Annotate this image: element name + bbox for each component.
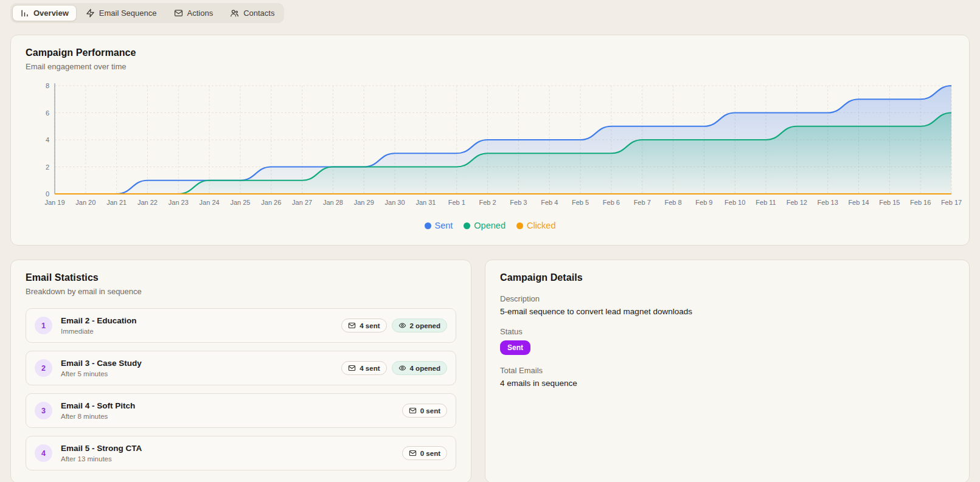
engagement-chart: 02468Jan 19Jan 20Jan 21Jan 22Jan 23Jan 2… (26, 81, 954, 210)
performance-subtitle: Email engagement over time (26, 62, 954, 71)
email-statistics-card: Email Statistics Breakdown by email in s… (10, 260, 471, 482)
page: OverviewEmail SequenceActionsContacts Ca… (0, 0, 980, 482)
svg-text:Jan 24: Jan 24 (200, 199, 220, 206)
eye-icon (398, 364, 406, 372)
email-item[interactable]: 4Email 5 - Strong CTAAfter 13 minutes0 s… (26, 436, 456, 470)
email-title: Email 5 - Strong CTA (61, 444, 394, 453)
legend-item-sent: Sent (425, 221, 453, 230)
mail-icon (348, 322, 356, 329)
tab-overview[interactable]: Overview (12, 5, 77, 21)
email-title: Email 4 - Soft Pitch (61, 401, 394, 410)
total-emails-section: Total Emails 4 emails in sequence (500, 366, 954, 388)
svg-text:2: 2 (46, 164, 49, 171)
email-text: Email 5 - Strong CTAAfter 13 minutes (61, 444, 394, 463)
svg-text:Feb 4: Feb 4 (541, 199, 558, 206)
status-badge: Sent (500, 340, 530, 355)
tab-bar: OverviewEmail SequenceActionsContacts (10, 3, 284, 23)
email-text: Email 4 - Soft PitchAfter 8 minutes (61, 401, 394, 420)
sequence-number-badge: 3 (35, 402, 52, 419)
tab-label: Actions (187, 9, 214, 18)
badge-label: 2 opened (410, 322, 440, 329)
sequence-number-badge: 4 (35, 444, 52, 462)
tab-contacts[interactable]: Contacts (222, 5, 282, 21)
svg-text:Jan 30: Jan 30 (385, 199, 405, 206)
status-label: Status (500, 327, 954, 336)
svg-text:Feb 14: Feb 14 (848, 199, 869, 206)
details-title: Campaign Details (500, 272, 954, 283)
email-text: Email 3 - Case StudyAfter 5 minutes (61, 359, 333, 377)
svg-text:Feb 15: Feb 15 (879, 199, 900, 206)
email-title: Email 3 - Case Study (61, 359, 333, 368)
legend-dot (516, 222, 523, 229)
svg-text:Jan 27: Jan 27 (292, 199, 312, 206)
status-section: Status Sent (500, 327, 954, 355)
total-emails-value: 4 emails in sequence (500, 379, 954, 388)
stats-subtitle: Breakdown by email in sequence (26, 287, 456, 296)
svg-text:Feb 5: Feb 5 (572, 199, 589, 206)
badge-label: 4 opened (410, 365, 440, 372)
svg-text:Jan 26: Jan 26 (261, 199, 281, 206)
svg-text:Jan 20: Jan 20 (75, 199, 96, 206)
email-timing: After 13 minutes (61, 455, 394, 463)
svg-text:Jan 25: Jan 25 (230, 199, 250, 206)
email-item[interactable]: 3Email 4 - Soft PitchAfter 8 minutes0 se… (26, 393, 456, 428)
email-badges: 0 sent (402, 404, 447, 418)
mail-icon (174, 9, 183, 18)
email-item[interactable]: 1Email 2 - EducationImmediate4 sent2 ope… (26, 308, 456, 343)
sent-badge: 0 sent (402, 446, 447, 460)
sequence-number-badge: 1 (35, 317, 52, 334)
badge-label: 4 sent (360, 365, 380, 372)
svg-text:Jan 28: Jan 28 (323, 199, 343, 206)
chart-svg: 02468Jan 19Jan 20Jan 21Jan 22Jan 23Jan 2… (26, 81, 956, 210)
tab-label: Overview (33, 9, 69, 18)
badge-label: 0 sent (420, 407, 440, 415)
svg-text:Jan 22: Jan 22 (137, 199, 158, 206)
opened-badge: 4 opened (392, 361, 447, 375)
users-icon (230, 9, 239, 18)
svg-text:Feb 11: Feb 11 (756, 199, 776, 206)
legend-dot (425, 222, 431, 229)
description-value: 5-email sequence to convert lead magnet … (500, 307, 954, 316)
sent-badge: 4 sent (341, 318, 386, 332)
email-list: 1Email 2 - EducationImmediate4 sent2 ope… (26, 308, 456, 470)
legend-label: Sent (435, 221, 453, 230)
campaign-details-card: Campaign Details Description 5-email seq… (485, 260, 970, 482)
description-label: Description (500, 294, 954, 303)
svg-text:Jan 19: Jan 19 (44, 199, 64, 206)
svg-text:4: 4 (46, 136, 49, 143)
sequence-number-badge: 2 (35, 359, 52, 377)
bar-chart-icon (20, 9, 29, 18)
svg-text:Feb 16: Feb 16 (910, 199, 931, 206)
email-timing: After 8 minutes (61, 413, 394, 420)
svg-text:Feb 13: Feb 13 (818, 199, 838, 206)
email-badges: 4 sent2 opened (341, 318, 447, 332)
tab-email-sequence[interactable]: Email Sequence (78, 5, 165, 21)
svg-text:6: 6 (46, 109, 49, 117)
tab-actions[interactable]: Actions (166, 5, 221, 21)
svg-text:Jan 21: Jan 21 (106, 199, 127, 206)
svg-text:Feb 9: Feb 9 (695, 199, 712, 206)
email-badges: 0 sent (402, 446, 447, 460)
svg-text:Feb 6: Feb 6 (603, 199, 620, 206)
email-item[interactable]: 2Email 3 - Case StudyAfter 5 minutes4 se… (26, 351, 456, 385)
sent-badge: 4 sent (341, 361, 386, 375)
svg-text:Feb 7: Feb 7 (634, 199, 651, 206)
legend-dot (464, 222, 470, 229)
email-text: Email 2 - EducationImmediate (61, 316, 333, 335)
total-emails-label: Total Emails (500, 366, 954, 375)
email-timing: After 5 minutes (61, 370, 333, 377)
legend-label: Opened (474, 221, 506, 230)
svg-text:Feb 2: Feb 2 (479, 199, 496, 206)
svg-text:Jan 29: Jan 29 (354, 199, 374, 206)
campaign-performance-card: Campaign Performance Email engagement ov… (10, 35, 970, 246)
performance-title: Campaign Performance (26, 47, 954, 58)
stats-title: Email Statistics (26, 272, 456, 283)
legend-item-clicked: Clicked (516, 221, 556, 230)
mail-icon (409, 407, 417, 415)
tab-label: Contacts (243, 9, 274, 18)
opened-badge: 2 opened (392, 318, 447, 332)
zap-icon (86, 9, 95, 18)
email-title: Email 2 - Education (61, 316, 333, 325)
svg-text:Feb 17: Feb 17 (941, 199, 962, 206)
svg-text:Jan 31: Jan 31 (415, 199, 436, 206)
